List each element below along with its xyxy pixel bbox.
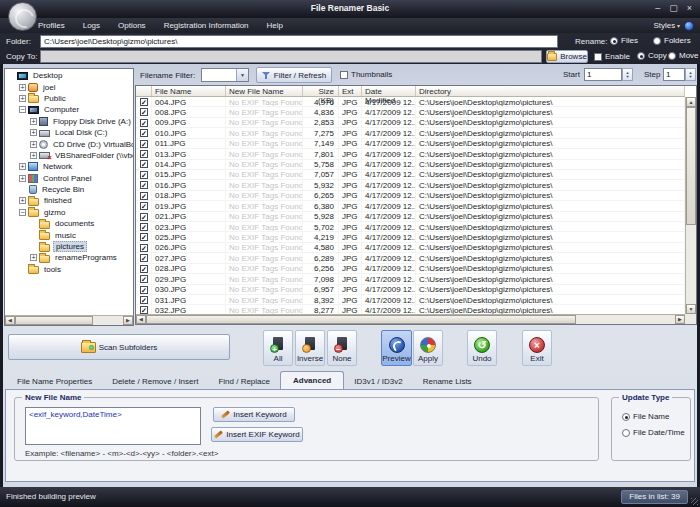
menu-item-registration-information[interactable]: Registration Information xyxy=(155,18,258,33)
scan-subfolders-button[interactable]: Scan Subfolders xyxy=(8,334,230,360)
folder-path-input[interactable]: C:\Users\joel\Desktop\gizmo\pictures\ xyxy=(40,35,558,48)
expand-icon[interactable]: + xyxy=(30,129,37,136)
tree-item-renameprograms[interactable]: +renamePrograms xyxy=(5,252,133,263)
row-checkbox[interactable]: ✓ xyxy=(140,150,148,158)
tree-horizontal-scrollbar[interactable]: ◀ ▶ xyxy=(5,315,133,325)
tab-id3v1-id3v2[interactable]: ID3v1 / ID3v2 xyxy=(344,373,412,389)
table-row[interactable]: ✓030.JPGNo EXIF Tags Found6,957JPG4/17/2… xyxy=(136,285,685,295)
step-spinner[interactable]: 1 ▲▼ xyxy=(663,68,696,81)
scroll-left-icon[interactable]: ◀ xyxy=(5,316,15,325)
table-horizontal-scrollbar[interactable]: ◀ ▶ xyxy=(136,314,685,324)
table-vertical-scrollbar[interactable]: ▲ ▼ xyxy=(685,97,696,314)
expand-icon[interactable]: + xyxy=(30,254,37,261)
tree-item-pictures[interactable]: pictures xyxy=(5,241,133,252)
row-checkbox[interactable]: ✓ xyxy=(140,244,148,252)
table-row[interactable]: ✓025.JPGNo EXIF Tags Found4,219JPG4/17/2… xyxy=(136,232,685,242)
table-row[interactable]: ✓011.JPGNo EXIF Tags Found7,149JPG4/17/2… xyxy=(136,139,685,149)
filter-refresh-button[interactable]: Filter / Refresh xyxy=(256,67,332,83)
row-checkbox[interactable]: ✓ xyxy=(140,286,148,294)
spinner-arrows-icon[interactable]: ▲▼ xyxy=(622,68,633,81)
collapse-icon[interactable]: − xyxy=(19,106,26,113)
expand-icon[interactable]: + xyxy=(19,95,26,102)
row-checkbox[interactable]: ✓ xyxy=(140,254,148,262)
select-all-button[interactable]: + All xyxy=(263,330,293,366)
tree-item-recycle-bin[interactable]: Recycle Bin xyxy=(5,184,133,195)
insert-keyword-button[interactable]: Insert Keyword xyxy=(213,407,295,422)
tree-item-music[interactable]: music xyxy=(5,229,133,240)
resize-grip[interactable] xyxy=(691,498,698,505)
table-row[interactable]: ✓027.JPGNo EXIF Tags Found6,289JPG4/17/2… xyxy=(136,253,685,263)
tree-item-local-disk-c[interactable]: +Local Disk (C:) xyxy=(5,127,133,138)
expand-icon[interactable]: + xyxy=(19,175,26,182)
row-checkbox[interactable]: ✓ xyxy=(140,192,148,200)
scroll-thumb[interactable] xyxy=(146,315,576,324)
row-checkbox[interactable]: ✓ xyxy=(140,233,148,241)
menu-item-options[interactable]: Options xyxy=(109,18,155,33)
spinner-arrows-icon[interactable]: ▲▼ xyxy=(685,68,696,81)
row-checkbox[interactable]: ✓ xyxy=(140,140,148,148)
row-checkbox[interactable]: ✓ xyxy=(140,265,148,273)
tree-item-gizmo[interactable]: −gizmo xyxy=(5,207,133,218)
row-checkbox[interactable]: ✓ xyxy=(140,181,148,189)
tree-item-floppy-disk-drive-a[interactable]: +Floppy Disk Drive (A:) xyxy=(5,116,133,127)
scroll-up-icon[interactable]: ▲ xyxy=(686,97,696,107)
exit-button[interactable]: × Exit xyxy=(522,330,552,366)
styles-menu[interactable]: Styles xyxy=(654,21,680,30)
copy-radio[interactable]: Copy xyxy=(637,51,667,60)
table-row[interactable]: ✓014.JPGNo EXIF Tags Found5,758JPG4/17/2… xyxy=(136,160,685,170)
tree-item-cd-drive-d-virtualbox-guest[interactable]: +CD Drive (D:) VirtualBox Guest xyxy=(5,138,133,149)
tree-item-joel[interactable]: +joel xyxy=(5,81,133,92)
globe-icon[interactable] xyxy=(684,21,694,31)
tree-item-documents[interactable]: documents xyxy=(5,218,133,229)
browse-button[interactable]: Browse xyxy=(546,50,588,63)
row-checkbox[interactable]: ✓ xyxy=(140,202,148,210)
filename-filter-combo[interactable]: ▼ xyxy=(201,68,249,82)
tree-item-network[interactable]: +Network xyxy=(5,161,133,172)
table-row[interactable]: ✓021.JPGNo EXIF Tags Found5,928JPG4/17/2… xyxy=(136,212,685,222)
copy-to-input[interactable] xyxy=(40,50,542,63)
table-row[interactable]: ✓029.JPGNo EXIF Tags Found7,098JPG4/17/2… xyxy=(136,274,685,284)
table-row[interactable]: ✓019.JPGNo EXIF Tags Found6,380JPG4/17/2… xyxy=(136,201,685,211)
expand-icon[interactable]: + xyxy=(30,152,37,159)
undo-button[interactable]: ↺ Undo xyxy=(467,330,497,366)
table-row[interactable]: ✓008.JPGNo EXIF Tags Found4,836JPG4/17/2… xyxy=(136,107,685,117)
column-header-date-modified[interactable]: Date Modified xyxy=(362,86,416,96)
thumbnails-checkbox[interactable]: Thumbnails xyxy=(340,70,392,79)
column-header-size-kb[interactable]: Size (KB) xyxy=(303,86,339,96)
column-header-ext[interactable]: Ext xyxy=(339,86,362,96)
menu-item-logs[interactable]: Logs xyxy=(74,18,109,33)
rename-files-radio[interactable]: Files xyxy=(610,36,638,45)
table-row[interactable]: ✓010.JPGNo EXIF Tags Found7,275JPG4/17/2… xyxy=(136,128,685,138)
table-row[interactable]: ✓016.JPGNo EXIF Tags Found5,932JPG4/17/2… xyxy=(136,180,685,190)
tab-find-replace[interactable]: Find / Replace xyxy=(208,373,280,389)
scroll-down-icon[interactable]: ▼ xyxy=(686,304,696,314)
table-row[interactable]: ✓018.JPGNo EXIF Tags Found6,265JPG4/17/2… xyxy=(136,191,685,201)
table-row[interactable]: ✓026.JPGNo EXIF Tags Found4,580JPG4/17/2… xyxy=(136,243,685,253)
move-radio[interactable]: Move xyxy=(668,51,699,60)
update-file-datetime-radio[interactable]: File Date/Time xyxy=(622,428,685,437)
pattern-textarea[interactable]: <exif_keyword,DateTime> xyxy=(25,407,201,445)
tab-file-name-properties[interactable]: File Name Properties xyxy=(7,373,102,389)
scroll-right-icon[interactable]: ▶ xyxy=(675,315,685,324)
expand-icon[interactable]: + xyxy=(19,84,26,91)
table-row[interactable]: ✓004.JPGNo EXIF Tags Found4,976JPG4/17/2… xyxy=(136,97,685,107)
scroll-left-icon[interactable]: ◀ xyxy=(136,315,146,324)
tree-item-finished[interactable]: +finished xyxy=(5,195,133,206)
close-button[interactable]: × xyxy=(687,2,692,14)
rename-folders-radio[interactable]: Folders xyxy=(653,36,691,45)
tree-item-computer[interactable]: −Computer xyxy=(5,104,133,115)
row-checkbox[interactable]: ✓ xyxy=(140,171,148,179)
scroll-right-icon[interactable]: ▶ xyxy=(123,316,133,325)
expand-icon[interactable]: + xyxy=(19,163,26,170)
row-checkbox[interactable]: ✓ xyxy=(140,213,148,221)
tab-rename-lists[interactable]: Rename Lists xyxy=(413,373,482,389)
minimize-button[interactable]: – xyxy=(655,2,660,14)
column-header-directory[interactable]: Directory xyxy=(416,86,685,96)
scroll-thumb[interactable] xyxy=(686,107,696,225)
table-row[interactable]: ✓031.JPGNo EXIF Tags Found8,392JPG4/17/2… xyxy=(136,295,685,305)
update-file-name-radio[interactable]: File Name xyxy=(622,412,669,421)
tree-item-desktop[interactable]: Desktop xyxy=(5,70,133,81)
row-checkbox[interactable]: ✓ xyxy=(140,160,148,168)
tree-item-control-panel[interactable]: +Control Panel xyxy=(5,173,133,184)
table-row[interactable]: ✓032.JPGNo EXIF Tags Found8,277JPG4/17/2… xyxy=(136,305,685,314)
